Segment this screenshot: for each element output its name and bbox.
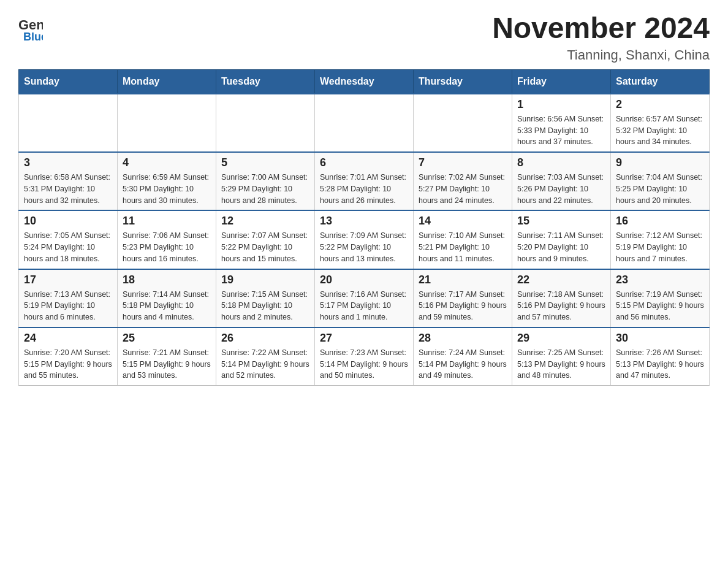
day-info: Sunrise: 7:14 AM Sunset: 5:18 PM Dayligh… — [123, 289, 211, 323]
calendar-cell: 13Sunrise: 7:09 AM Sunset: 5:22 PM Dayli… — [315, 210, 414, 269]
day-info: Sunrise: 6:58 AM Sunset: 5:31 PM Dayligh… — [24, 172, 112, 206]
day-number: 20 — [320, 274, 408, 286]
col-thursday: Thursday — [414, 69, 512, 94]
calendar-cell: 20Sunrise: 7:16 AM Sunset: 5:17 PM Dayli… — [315, 269, 414, 327]
day-number: 16 — [616, 215, 704, 228]
calendar-cell: 26Sunrise: 7:22 AM Sunset: 5:14 PM Dayli… — [216, 327, 315, 386]
calendar-table: Sunday Monday Tuesday Wednesday Thursday… — [18, 69, 710, 386]
day-number: 2 — [616, 98, 704, 111]
day-number: 25 — [123, 332, 211, 345]
day-number: 6 — [320, 156, 408, 169]
day-info: Sunrise: 7:03 AM Sunset: 5:26 PM Dayligh… — [517, 172, 605, 206]
calendar-cell: 12Sunrise: 7:07 AM Sunset: 5:22 PM Dayli… — [216, 210, 315, 269]
day-info: Sunrise: 7:22 AM Sunset: 5:14 PM Dayligh… — [221, 347, 309, 381]
day-number: 12 — [221, 215, 309, 228]
logo: General Blue — [18, 12, 43, 43]
week-row-2: 10Sunrise: 7:05 AM Sunset: 5:24 PM Dayli… — [19, 210, 710, 269]
day-number: 23 — [616, 274, 704, 286]
calendar-cell: 3Sunrise: 6:58 AM Sunset: 5:31 PM Daylig… — [19, 152, 118, 210]
day-number: 29 — [517, 332, 605, 345]
day-info: Sunrise: 7:19 AM Sunset: 5:15 PM Dayligh… — [616, 289, 704, 323]
day-info: Sunrise: 7:09 AM Sunset: 5:22 PM Dayligh… — [320, 230, 408, 264]
day-number: 30 — [616, 332, 704, 345]
calendar-cell: 30Sunrise: 7:26 AM Sunset: 5:13 PM Dayli… — [611, 327, 710, 386]
day-number: 9 — [616, 156, 704, 169]
col-sunday: Sunday — [19, 69, 118, 94]
col-tuesday: Tuesday — [216, 69, 315, 94]
day-number: 19 — [221, 274, 309, 286]
day-info: Sunrise: 7:15 AM Sunset: 5:18 PM Dayligh… — [221, 289, 309, 323]
calendar-cell: 14Sunrise: 7:10 AM Sunset: 5:21 PM Dayli… — [414, 210, 512, 269]
day-info: Sunrise: 7:21 AM Sunset: 5:15 PM Dayligh… — [123, 347, 211, 381]
day-number: 18 — [123, 274, 211, 286]
week-row-1: 3Sunrise: 6:58 AM Sunset: 5:31 PM Daylig… — [19, 152, 710, 210]
day-info: Sunrise: 7:06 AM Sunset: 5:23 PM Dayligh… — [123, 230, 211, 264]
calendar-cell: 22Sunrise: 7:18 AM Sunset: 5:16 PM Dayli… — [512, 269, 611, 327]
day-number: 24 — [24, 332, 112, 345]
calendar-cell: 24Sunrise: 7:20 AM Sunset: 5:15 PM Dayli… — [19, 327, 118, 386]
calendar-cell: 28Sunrise: 7:24 AM Sunset: 5:14 PM Dayli… — [414, 327, 512, 386]
day-number: 10 — [24, 215, 112, 228]
col-wednesday: Wednesday — [315, 69, 414, 94]
day-number: 5 — [221, 156, 309, 169]
day-info: Sunrise: 7:16 AM Sunset: 5:17 PM Dayligh… — [320, 289, 408, 323]
day-info: Sunrise: 7:12 AM Sunset: 5:19 PM Dayligh… — [616, 230, 704, 264]
calendar-cell: 18Sunrise: 7:14 AM Sunset: 5:18 PM Dayli… — [118, 269, 216, 327]
calendar-cell: 19Sunrise: 7:15 AM Sunset: 5:18 PM Dayli… — [216, 269, 315, 327]
day-info: Sunrise: 7:18 AM Sunset: 5:16 PM Dayligh… — [517, 289, 605, 323]
calendar-cell: 10Sunrise: 7:05 AM Sunset: 5:24 PM Dayli… — [19, 210, 118, 269]
day-number: 11 — [123, 215, 211, 228]
day-info: Sunrise: 7:25 AM Sunset: 5:13 PM Dayligh… — [517, 347, 605, 381]
day-info: Sunrise: 6:56 AM Sunset: 5:33 PM Dayligh… — [517, 113, 605, 148]
day-number: 8 — [517, 156, 605, 169]
title-block: November 2024 Tianning, Shanxi, China — [492, 12, 710, 63]
calendar-cell: 25Sunrise: 7:21 AM Sunset: 5:15 PM Dayli… — [118, 327, 216, 386]
calendar-header-row: Sunday Monday Tuesday Wednesday Thursday… — [19, 69, 710, 94]
calendar-cell: 29Sunrise: 7:25 AM Sunset: 5:13 PM Dayli… — [512, 327, 611, 386]
calendar-title: November 2024 — [492, 12, 710, 45]
day-info: Sunrise: 7:23 AM Sunset: 5:14 PM Dayligh… — [320, 347, 408, 381]
calendar-cell — [315, 94, 414, 152]
day-info: Sunrise: 7:10 AM Sunset: 5:21 PM Dayligh… — [419, 230, 507, 264]
day-number: 15 — [517, 215, 605, 228]
day-info: Sunrise: 7:24 AM Sunset: 5:14 PM Dayligh… — [419, 347, 507, 381]
calendar-cell: 9Sunrise: 7:04 AM Sunset: 5:25 PM Daylig… — [611, 152, 710, 210]
calendar-cell: 27Sunrise: 7:23 AM Sunset: 5:14 PM Dayli… — [315, 327, 414, 386]
calendar-cell: 17Sunrise: 7:13 AM Sunset: 5:19 PM Dayli… — [19, 269, 118, 327]
week-row-3: 17Sunrise: 7:13 AM Sunset: 5:19 PM Dayli… — [19, 269, 710, 327]
day-info: Sunrise: 7:20 AM Sunset: 5:15 PM Dayligh… — [24, 347, 112, 381]
day-number: 21 — [419, 274, 507, 286]
calendar-subtitle: Tianning, Shanxi, China — [492, 47, 710, 63]
calendar-cell: 5Sunrise: 7:00 AM Sunset: 5:29 PM Daylig… — [216, 152, 315, 210]
day-info: Sunrise: 7:11 AM Sunset: 5:20 PM Dayligh… — [517, 230, 605, 264]
col-saturday: Saturday — [611, 69, 710, 94]
day-number: 17 — [24, 274, 112, 286]
calendar-cell: 1Sunrise: 6:56 AM Sunset: 5:33 PM Daylig… — [512, 94, 611, 152]
day-info: Sunrise: 6:57 AM Sunset: 5:32 PM Dayligh… — [616, 113, 704, 148]
calendar-cell: 11Sunrise: 7:06 AM Sunset: 5:23 PM Dayli… — [118, 210, 216, 269]
logo-icon: General Blue — [18, 12, 43, 43]
svg-text:Blue: Blue — [23, 31, 43, 43]
day-number: 4 — [123, 156, 211, 169]
day-number: 27 — [320, 332, 408, 345]
day-info: Sunrise: 7:13 AM Sunset: 5:19 PM Dayligh… — [24, 289, 112, 323]
day-info: Sunrise: 7:04 AM Sunset: 5:25 PM Dayligh… — [616, 172, 704, 206]
col-monday: Monday — [118, 69, 216, 94]
calendar-cell: 15Sunrise: 7:11 AM Sunset: 5:20 PM Dayli… — [512, 210, 611, 269]
page-header: General Blue November 2024 Tianning, Sha… — [18, 12, 710, 63]
day-info: Sunrise: 7:05 AM Sunset: 5:24 PM Dayligh… — [24, 230, 112, 264]
day-number: 22 — [517, 274, 605, 286]
calendar-cell: 23Sunrise: 7:19 AM Sunset: 5:15 PM Dayli… — [611, 269, 710, 327]
week-row-4: 24Sunrise: 7:20 AM Sunset: 5:15 PM Dayli… — [19, 327, 710, 386]
calendar-cell — [19, 94, 118, 152]
calendar-cell: 6Sunrise: 7:01 AM Sunset: 5:28 PM Daylig… — [315, 152, 414, 210]
day-info: Sunrise: 7:07 AM Sunset: 5:22 PM Dayligh… — [221, 230, 309, 264]
calendar-cell — [216, 94, 315, 152]
col-friday: Friday — [512, 69, 611, 94]
day-info: Sunrise: 7:01 AM Sunset: 5:28 PM Dayligh… — [320, 172, 408, 206]
day-number: 14 — [419, 215, 507, 228]
calendar-cell: 2Sunrise: 6:57 AM Sunset: 5:32 PM Daylig… — [611, 94, 710, 152]
calendar-cell — [118, 94, 216, 152]
day-info: Sunrise: 7:00 AM Sunset: 5:29 PM Dayligh… — [221, 172, 309, 206]
day-number: 13 — [320, 215, 408, 228]
